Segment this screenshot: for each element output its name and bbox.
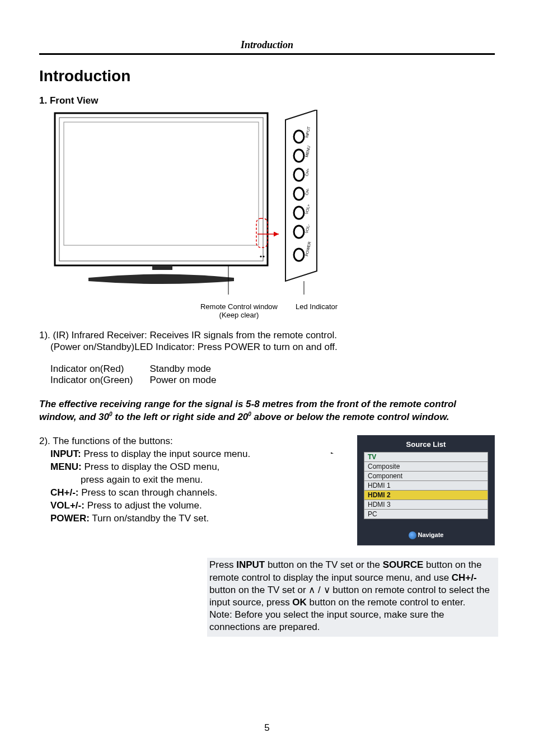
page-title: Introduction: [39, 67, 495, 85]
section-heading-front-view: 1. Front View: [39, 95, 495, 106]
caption-remote-window: Remote Control window: [200, 302, 278, 311]
source-item-pc: PC: [364, 510, 488, 519]
indicator-table: Indicator on(Red) Standby mode Indicator…: [50, 363, 233, 386]
figure-captions: Remote Control window (Keep clear) Led I…: [49, 302, 385, 321]
svg-text:CH-: CH-: [305, 188, 310, 195]
source-list-table: TV Composite Component HDMI 1 HDMI 2 HDM…: [364, 452, 488, 519]
down-arrow-icon: ∨: [324, 585, 330, 595]
svg-marker-8: [285, 110, 317, 281]
button-functions-text: 2). The functions of the buttons: INPUT:…: [39, 435, 346, 525]
svg-point-4: [263, 255, 264, 257]
svg-point-17: [294, 207, 304, 219]
svg-point-9: [294, 130, 304, 143]
source-item-hdmi2: HDMI 2: [364, 491, 488, 500]
running-header: Introduction: [39, 39, 495, 51]
table-row: Indicator on(Green) Power on mode: [50, 375, 233, 386]
source-list-navigate: Navigate: [358, 519, 494, 545]
svg-point-11: [294, 150, 304, 162]
source-item-component: Component: [364, 472, 488, 481]
svg-text:VOL+: VOL+: [305, 204, 311, 214]
range-note: The effective receiving range for the si…: [39, 398, 495, 423]
table-row: Indicator on(Red) Standby mode: [50, 363, 233, 375]
svg-rect-2: [64, 122, 259, 245]
svg-rect-1: [59, 118, 263, 261]
svg-text:MENU: MENU: [305, 146, 311, 158]
svg-rect-5: [256, 218, 268, 248]
up-arrow-icon: ∧: [308, 585, 315, 595]
source-list-title: Source List: [358, 436, 494, 452]
caption-keep-clear: (Keep clear): [219, 311, 259, 319]
svg-rect-0: [55, 113, 268, 265]
svg-point-3: [260, 255, 261, 257]
svg-text:INPUT: INPUT: [305, 126, 311, 139]
navigate-icon: [409, 531, 416, 539]
source-item-hdmi3: HDMI 3: [364, 500, 488, 510]
page-number: 5: [0, 722, 534, 734]
source-item-composite: Composite: [364, 462, 488, 472]
svg-text:CH+: CH+: [305, 168, 310, 176]
caption-led-indicator: Led Indicator: [296, 302, 338, 311]
svg-point-15: [294, 188, 304, 200]
header-rule: [39, 53, 495, 55]
front-view-figure: INPUTMENUCH+CH-VOL+VOL-POWER: [49, 110, 332, 298]
svg-point-13: [294, 169, 304, 181]
svg-text:POWER: POWER: [305, 241, 311, 256]
source-item-hdmi1: HDMI 1: [364, 481, 488, 491]
svg-point-21: [294, 249, 304, 261]
input-source-instructions: Press INPUT button on the TV set or the …: [207, 558, 498, 637]
source-item-tv: TV: [364, 452, 488, 462]
source-list-menu: Source List TV Composite Component HDMI …: [357, 435, 495, 545]
paragraph-ir-receiver: 1). (IR) Infrared Receiver: Receives IR …: [39, 329, 495, 353]
arrow-to-source-list: [280, 452, 336, 454]
svg-point-19: [294, 226, 304, 238]
svg-text:VOL-: VOL-: [305, 223, 310, 234]
svg-rect-7: [152, 265, 172, 270]
